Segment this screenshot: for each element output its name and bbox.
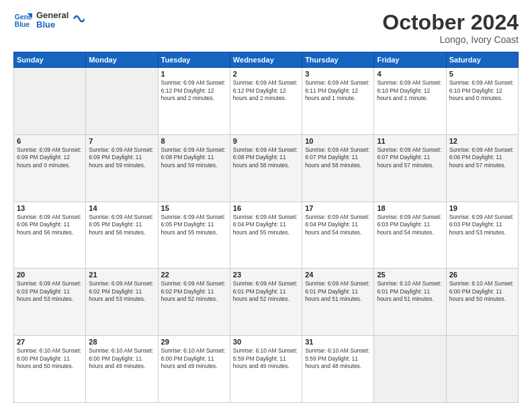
- day-number: 5: [449, 70, 515, 78]
- day-number: 15: [161, 204, 227, 212]
- day-number: 28: [89, 338, 154, 346]
- table-row: 30Sunrise: 6:10 AM Sunset: 5:59 PM Dayli…: [230, 336, 302, 403]
- calendar-week-row: 13Sunrise: 6:09 AM Sunset: 6:06 PM Dayli…: [14, 201, 519, 269]
- day-number: 14: [89, 204, 154, 212]
- calendar-table: Sunday Monday Tuesday Wednesday Thursday…: [13, 52, 519, 403]
- day-number: 19: [449, 204, 515, 212]
- day-number: 10: [305, 137, 371, 145]
- calendar-week-row: 20Sunrise: 6:09 AM Sunset: 6:03 PM Dayli…: [14, 269, 519, 336]
- day-detail: Sunrise: 6:09 AM Sunset: 6:04 PM Dayligh…: [305, 214, 371, 236]
- table-row: [14, 68, 86, 135]
- day-detail: Sunrise: 6:09 AM Sunset: 6:09 PM Dayligh…: [17, 146, 83, 169]
- day-detail: Sunrise: 6:10 AM Sunset: 5:59 PM Dayligh…: [305, 347, 371, 370]
- table-row: 24Sunrise: 6:09 AM Sunset: 6:01 PM Dayli…: [302, 269, 374, 336]
- calendar-week-row: 1Sunrise: 6:09 AM Sunset: 6:12 PM Daylig…: [14, 68, 519, 135]
- month-title: October 2024: [382, 11, 519, 34]
- logo-text-blue: Blue: [36, 20, 69, 30]
- table-row: 15Sunrise: 6:09 AM Sunset: 6:05 PM Dayli…: [158, 201, 230, 269]
- day-detail: Sunrise: 6:09 AM Sunset: 6:12 PM Dayligh…: [233, 79, 299, 102]
- table-row: 7Sunrise: 6:09 AM Sunset: 6:09 PM Daylig…: [86, 134, 158, 201]
- table-row: 3Sunrise: 6:09 AM Sunset: 6:11 PM Daylig…: [302, 68, 374, 135]
- day-number: 18: [377, 204, 443, 212]
- table-row: [86, 68, 158, 135]
- day-number: 29: [161, 338, 227, 346]
- col-friday: Friday: [374, 52, 446, 68]
- day-number: 26: [449, 271, 515, 279]
- table-row: 19Sunrise: 6:09 AM Sunset: 6:03 PM Dayli…: [446, 201, 518, 269]
- header: General Blue General Blue October 2024 L…: [13, 11, 519, 45]
- table-row: 4Sunrise: 6:09 AM Sunset: 6:10 PM Daylig…: [374, 68, 446, 135]
- table-row: 21Sunrise: 6:09 AM Sunset: 6:02 PM Dayli…: [86, 269, 158, 336]
- day-detail: Sunrise: 6:09 AM Sunset: 6:03 PM Dayligh…: [377, 214, 443, 236]
- day-detail: Sunrise: 6:10 AM Sunset: 5:59 PM Dayligh…: [233, 347, 299, 370]
- day-detail: Sunrise: 6:09 AM Sunset: 6:07 PM Dayligh…: [305, 146, 371, 169]
- day-detail: Sunrise: 6:09 AM Sunset: 6:02 PM Dayligh…: [89, 280, 154, 303]
- day-detail: Sunrise: 6:09 AM Sunset: 6:03 PM Dayligh…: [17, 280, 83, 303]
- logo-icon: General Blue: [13, 11, 32, 30]
- table-row: 20Sunrise: 6:09 AM Sunset: 6:03 PM Dayli…: [14, 269, 86, 336]
- day-number: 6: [17, 137, 83, 145]
- table-row: [446, 336, 518, 403]
- day-number: 9: [233, 137, 299, 145]
- table-row: 29Sunrise: 6:10 AM Sunset: 6:00 PM Dayli…: [158, 336, 230, 403]
- table-row: 26Sunrise: 6:10 AM Sunset: 6:00 PM Dayli…: [446, 269, 518, 336]
- day-detail: Sunrise: 6:09 AM Sunset: 6:03 PM Dayligh…: [449, 214, 515, 236]
- day-number: 12: [449, 137, 515, 145]
- table-row: 8Sunrise: 6:09 AM Sunset: 6:08 PM Daylig…: [158, 134, 230, 201]
- day-number: 23: [233, 271, 299, 279]
- table-row: 27Sunrise: 6:10 AM Sunset: 6:00 PM Dayli…: [14, 336, 86, 403]
- table-row: 6Sunrise: 6:09 AM Sunset: 6:09 PM Daylig…: [14, 134, 86, 201]
- table-row: 23Sunrise: 6:09 AM Sunset: 6:01 PM Dayli…: [230, 269, 302, 336]
- day-detail: Sunrise: 6:09 AM Sunset: 6:07 PM Dayligh…: [377, 146, 443, 169]
- day-detail: Sunrise: 6:10 AM Sunset: 6:00 PM Dayligh…: [17, 347, 83, 370]
- table-row: 10Sunrise: 6:09 AM Sunset: 6:07 PM Dayli…: [302, 134, 374, 201]
- day-number: 11: [377, 137, 443, 145]
- calendar-week-row: 27Sunrise: 6:10 AM Sunset: 6:00 PM Dayli…: [14, 336, 519, 403]
- table-row: 9Sunrise: 6:09 AM Sunset: 6:08 PM Daylig…: [230, 134, 302, 201]
- table-row: 2Sunrise: 6:09 AM Sunset: 6:12 PM Daylig…: [230, 68, 302, 135]
- day-detail: Sunrise: 6:09 AM Sunset: 6:06 PM Dayligh…: [449, 146, 515, 169]
- day-number: 8: [161, 137, 227, 145]
- svg-text:Blue: Blue: [15, 21, 30, 29]
- table-row: [374, 336, 446, 403]
- day-number: 3: [305, 70, 371, 78]
- calendar-header-row: Sunday Monday Tuesday Wednesday Thursday…: [14, 52, 519, 68]
- table-row: 31Sunrise: 6:10 AM Sunset: 5:59 PM Dayli…: [302, 336, 374, 403]
- day-detail: Sunrise: 6:09 AM Sunset: 6:01 PM Dayligh…: [305, 280, 371, 303]
- day-detail: Sunrise: 6:10 AM Sunset: 6:00 PM Dayligh…: [89, 347, 154, 370]
- day-number: 21: [89, 271, 154, 279]
- day-detail: Sunrise: 6:09 AM Sunset: 6:08 PM Dayligh…: [233, 146, 299, 169]
- day-number: 25: [377, 271, 443, 279]
- day-number: 30: [233, 338, 299, 346]
- table-row: 22Sunrise: 6:09 AM Sunset: 6:02 PM Dayli…: [158, 269, 230, 336]
- col-tuesday: Tuesday: [158, 52, 230, 68]
- logo-text-general: General: [36, 11, 69, 20]
- day-detail: Sunrise: 6:09 AM Sunset: 6:05 PM Dayligh…: [161, 214, 227, 236]
- col-wednesday: Wednesday: [230, 52, 302, 68]
- day-number: 2: [233, 70, 299, 78]
- day-number: 31: [305, 338, 371, 346]
- day-detail: Sunrise: 6:09 AM Sunset: 6:04 PM Dayligh…: [233, 214, 299, 236]
- day-detail: Sunrise: 6:09 AM Sunset: 6:02 PM Dayligh…: [161, 280, 227, 303]
- table-row: 18Sunrise: 6:09 AM Sunset: 6:03 PM Dayli…: [374, 201, 446, 269]
- day-detail: Sunrise: 6:10 AM Sunset: 6:01 PM Dayligh…: [377, 280, 443, 303]
- table-row: 17Sunrise: 6:09 AM Sunset: 6:04 PM Dayli…: [302, 201, 374, 269]
- day-number: 4: [377, 70, 443, 78]
- day-detail: Sunrise: 6:09 AM Sunset: 6:09 PM Dayligh…: [89, 146, 154, 169]
- day-number: 16: [233, 204, 299, 212]
- table-row: 12Sunrise: 6:09 AM Sunset: 6:06 PM Dayli…: [446, 134, 518, 201]
- table-row: 1Sunrise: 6:09 AM Sunset: 6:12 PM Daylig…: [158, 68, 230, 135]
- day-detail: Sunrise: 6:09 AM Sunset: 6:05 PM Dayligh…: [89, 214, 154, 236]
- day-number: 27: [17, 338, 83, 346]
- day-number: 13: [17, 204, 83, 212]
- day-detail: Sunrise: 6:09 AM Sunset: 6:06 PM Dayligh…: [17, 214, 83, 236]
- day-number: 20: [17, 271, 83, 279]
- day-detail: Sunrise: 6:10 AM Sunset: 6:00 PM Dayligh…: [161, 347, 227, 370]
- day-detail: Sunrise: 6:09 AM Sunset: 6:01 PM Dayligh…: [233, 280, 299, 303]
- logo: General Blue General Blue: [13, 11, 85, 30]
- col-sunday: Sunday: [14, 52, 86, 68]
- table-row: 16Sunrise: 6:09 AM Sunset: 6:04 PM Dayli…: [230, 201, 302, 269]
- day-detail: Sunrise: 6:09 AM Sunset: 6:10 PM Dayligh…: [377, 79, 443, 102]
- calendar-week-row: 6Sunrise: 6:09 AM Sunset: 6:09 PM Daylig…: [14, 134, 519, 201]
- location: Longo, Ivory Coast: [382, 34, 519, 45]
